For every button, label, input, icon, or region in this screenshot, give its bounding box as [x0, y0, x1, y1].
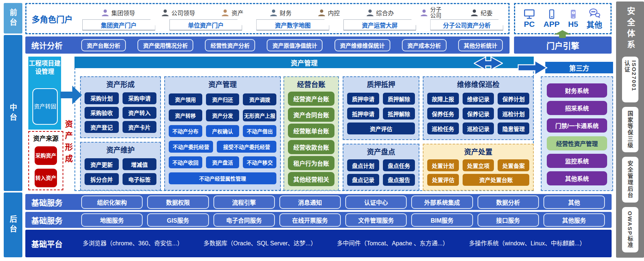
module-button[interactable]: 处置计划: [427, 159, 459, 171]
service-button[interactable]: 组织化架构: [81, 195, 143, 209]
module-button[interactable]: 资产分发: [206, 109, 239, 121]
module-button[interactable]: 资产更新: [85, 158, 119, 170]
module-button[interactable]: 产权确认: [206, 125, 239, 137]
module-button[interactable]: 质押解除: [383, 93, 415, 105]
portal-tab[interactable]: 资产数字地图: [256, 19, 329, 31]
stats-button[interactable]: 资产台账分析: [81, 39, 126, 51]
module-button[interactable]: 财务系统: [547, 83, 607, 98]
stats-button[interactable]: 经营性资产分析: [205, 39, 255, 51]
portal-tab[interactable]: 单位资产门户: [169, 19, 242, 31]
module-button[interactable]: 保养任务: [427, 108, 459, 120]
module-button[interactable]: 盘点记录: [347, 174, 379, 186]
asset-source-button[interactable]: 采购资产: [35, 146, 57, 165]
module-button[interactable]: 资产归还: [206, 93, 239, 105]
channel-other[interactable]: 其他: [587, 8, 602, 30]
module-button[interactable]: 接受不动产委托经营: [217, 141, 276, 153]
module-button[interactable]: 盘点计划: [347, 159, 379, 171]
module-button[interactable]: 处置备案: [498, 159, 529, 171]
module-button[interactable]: 资产转移: [169, 109, 202, 121]
module-button[interactable]: 经营资产台账: [288, 92, 334, 106]
module-button[interactable]: 租户行为台账: [288, 156, 334, 170]
module-button[interactable]: 无形资产上报: [243, 109, 276, 121]
service-button[interactable]: 电子合同服务: [213, 213, 275, 227]
module-button[interactable]: 招采系统: [547, 101, 607, 115]
service-button[interactable]: 消息通知: [279, 195, 341, 209]
role-list: 集团领导 公司领导 资产 财务: [88, 5, 505, 20]
channel-h5[interactable]: H5: [568, 9, 578, 29]
module-button[interactable]: 巡检任务: [427, 122, 459, 134]
module-button[interactable]: 其他经营相关: [288, 172, 334, 186]
module-button[interactable]: 资产登记: [85, 121, 119, 133]
module-button[interactable]: 资产盘活: [206, 156, 239, 168]
asset-source-button[interactable]: 转入资产: [35, 169, 57, 187]
module-button[interactable]: 拆分合并: [85, 173, 119, 185]
service-button[interactable]: BIM服务: [411, 213, 473, 227]
portal-role: 集团领导: [101, 8, 135, 17]
module-button[interactable]: 不动产收回: [169, 156, 202, 168]
service-button[interactable]: 地图服务: [81, 213, 143, 227]
portal-tab[interactable]: 分子公司资产分析: [430, 19, 503, 31]
module-button[interactable]: 故障上报: [427, 93, 459, 105]
module-button[interactable]: 抵押申请: [347, 108, 379, 120]
service-button[interactable]: GIS服务: [147, 213, 209, 227]
module-button[interactable]: 不动产经营属性管理: [169, 172, 276, 184]
module-button[interactable]: 资产处置台账: [463, 174, 529, 186]
module-button[interactable]: 隐患管理: [498, 122, 529, 134]
channel-app[interactable]: APP: [543, 9, 559, 29]
module-button[interactable]: 经营性资产管理: [547, 136, 607, 150]
stats-button[interactable]: 其他分析统计: [458, 39, 503, 51]
module-button[interactable]: 资产评估: [347, 122, 415, 134]
module-button[interactable]: 资产转入: [123, 107, 157, 119]
module-button[interactable]: 电子标签: [123, 173, 157, 185]
module-button[interactable]: 其他系统: [547, 171, 607, 185]
module-button[interactable]: 监控系统: [547, 154, 607, 168]
service-button[interactable]: 认证中心: [345, 195, 407, 209]
asset-capitalize-button[interactable]: 资产转固: [32, 88, 58, 125]
module-button[interactable]: 资产卡片: [123, 121, 157, 133]
module-button[interactable]: 门禁/一卡通系统: [547, 118, 607, 133]
module-button[interactable]: 保养计划: [498, 93, 529, 105]
stats-button[interactable]: 资产维修维保统计: [334, 39, 390, 51]
module-button[interactable]: 采购验收: [85, 107, 119, 119]
module-button[interactable]: 资产合同台账: [288, 108, 334, 122]
module-button[interactable]: 保养记录: [463, 108, 494, 120]
service-button[interactable]: 其他服务: [543, 213, 605, 227]
module-button[interactable]: 巡检记录: [463, 122, 494, 134]
portal-tab[interactable]: 集团资产门户: [82, 19, 155, 31]
module-button[interactable]: 处置评估: [427, 174, 459, 186]
service-button[interactable]: 接口服务: [478, 213, 539, 227]
service-button[interactable]: 文件管理服务: [345, 213, 407, 227]
module-button[interactable]: 采购计划: [85, 92, 119, 104]
service-button[interactable]: 其他: [543, 195, 605, 209]
module-button[interactable]: 不动产借出: [243, 125, 276, 137]
module-button[interactable]: 资产领用: [169, 93, 202, 105]
portal-tab[interactable]: 资产运营大屏: [343, 19, 416, 31]
module-button[interactable]: 维修记录: [463, 93, 494, 105]
module-button[interactable]: 巡检计划: [498, 108, 529, 120]
module-button[interactable]: 质押申请: [347, 93, 379, 105]
service-button[interactable]: 数据权限: [147, 195, 209, 209]
module-button[interactable]: 盘点任务: [383, 159, 415, 171]
module-button[interactable]: 抵押解除: [383, 108, 415, 120]
security-title: 安全体系: [624, 7, 636, 51]
channel-pc[interactable]: PC: [523, 9, 535, 29]
module-row: 不动产经营属性管理: [169, 172, 276, 184]
module-button[interactable]: 经营账单台账: [288, 124, 334, 138]
channel-panel: PC APP H5 其他: [514, 3, 612, 34]
module-button[interactable]: 不动产委托经营: [169, 141, 213, 153]
module-button[interactable]: 不动产分布: [169, 125, 202, 137]
module-button[interactable]: 经营收款台账: [288, 140, 334, 154]
module-button[interactable]: 资产调拨: [243, 93, 276, 105]
stats-button[interactable]: 资产成本分析: [402, 39, 447, 51]
stats-button[interactable]: 资产原值净值统计: [267, 39, 323, 51]
module-button[interactable]: 处置立项: [463, 159, 494, 171]
service-button[interactable]: 流程引擎: [213, 195, 275, 209]
service-button[interactable]: 外部系统集成: [411, 195, 473, 209]
module-button[interactable]: 采购申请: [123, 92, 157, 104]
module-button[interactable]: 盘点报告: [383, 174, 415, 186]
module-button[interactable]: 不动产移交: [243, 156, 276, 168]
module-button[interactable]: 增减值: [123, 158, 157, 170]
service-button[interactable]: 在线开票服务: [279, 213, 341, 227]
stats-button[interactable]: 资产使用情况分析: [137, 39, 193, 51]
service-button[interactable]: 数据分析: [478, 195, 539, 209]
